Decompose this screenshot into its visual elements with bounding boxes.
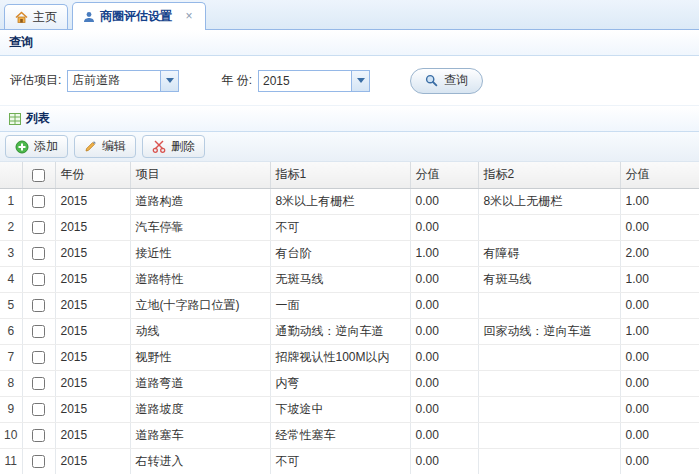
row-checkbox-cell <box>22 266 55 292</box>
row-checkbox-cell <box>22 214 55 240</box>
cell-year: 2015 <box>55 370 130 396</box>
cell-indicator2 <box>478 448 620 474</box>
search-button-label: 查询 <box>444 72 468 89</box>
home-icon <box>15 11 28 24</box>
table-body: 12015道路构造8米以上有栅栏0.008米以上无栅栏1.0022015汽车停靠… <box>0 188 699 474</box>
tab-shangquan-settings[interactable]: 商圈评估设置 × <box>72 2 206 30</box>
table-row[interactable]: 12015道路构造8米以上有栅栏0.008米以上无栅栏1.00 <box>0 188 699 214</box>
cell-indicator2 <box>478 292 620 318</box>
query-panel-title: 查询 <box>9 34 33 51</box>
chevron-down-icon <box>357 78 365 83</box>
row-number: 6 <box>0 318 22 344</box>
table-row[interactable]: 82015道路弯道内弯0.000.00 <box>0 370 699 396</box>
cell-project: 右转进入 <box>130 448 270 474</box>
search-button[interactable]: 查询 <box>410 68 483 94</box>
delete-button[interactable]: 删除 <box>142 135 205 158</box>
query-panel-header: 查询 <box>0 30 699 56</box>
cell-indicator2 <box>478 422 620 448</box>
project-combobox-input[interactable] <box>68 71 160 91</box>
tab-bar: 主页 商圈评估设置 × <box>0 0 699 30</box>
row-checkbox[interactable] <box>32 351 45 364</box>
header-score2: 分值 <box>620 162 699 188</box>
row-number: 7 <box>0 344 22 370</box>
year-field-label: 年 份: <box>221 72 252 89</box>
row-checkbox[interactable] <box>32 247 45 260</box>
row-checkbox-cell <box>22 318 55 344</box>
table-row[interactable]: 112015右转进入不可0.000.00 <box>0 448 699 474</box>
tab-shangquan-label: 商圈评估设置 <box>100 8 172 25</box>
cell-score1: 0.00 <box>410 292 478 318</box>
row-checkbox-cell <box>22 396 55 422</box>
cell-project: 视野性 <box>130 344 270 370</box>
row-checkbox-cell <box>22 344 55 370</box>
project-combobox-arrow[interactable] <box>160 71 178 91</box>
cell-year: 2015 <box>55 188 130 214</box>
cell-score2: 0.00 <box>620 292 699 318</box>
year-combobox-input[interactable] <box>259 71 351 91</box>
list-toolbar: 添加 编辑 删除 <box>0 132 699 162</box>
header-indicator2: 指标2 <box>478 162 620 188</box>
row-checkbox[interactable] <box>32 429 45 442</box>
list-panel-header: 列表 <box>0 106 699 132</box>
table-row[interactable]: 52015立地(十字路口位置)一面0.000.00 <box>0 292 699 318</box>
cell-year: 2015 <box>55 344 130 370</box>
cell-year: 2015 <box>55 214 130 240</box>
cell-indicator1: 下坡途中 <box>270 396 410 422</box>
row-checkbox[interactable] <box>32 455 45 468</box>
list-grid-icon <box>9 113 21 125</box>
cell-year: 2015 <box>55 240 130 266</box>
year-combobox-arrow[interactable] <box>351 71 369 91</box>
header-project: 项目 <box>130 162 270 188</box>
delete-scissors-icon <box>152 140 166 153</box>
row-checkbox-cell <box>22 292 55 318</box>
table-row[interactable]: 72015视野性招牌视认性100M以内0.000.00 <box>0 344 699 370</box>
row-checkbox[interactable] <box>32 325 45 338</box>
cell-score1: 0.00 <box>410 448 478 474</box>
row-checkbox-cell <box>22 448 55 474</box>
row-number: 10 <box>0 422 22 448</box>
row-number: 11 <box>0 448 22 474</box>
cell-indicator2: 有障碍 <box>478 240 620 266</box>
delete-button-label: 删除 <box>171 138 195 155</box>
table-row[interactable]: 62015动线通勤动线：逆向车道0.00回家动线：逆向车道1.00 <box>0 318 699 344</box>
chevron-down-icon <box>166 78 174 83</box>
person-icon <box>83 11 95 23</box>
year-combobox[interactable] <box>258 70 370 92</box>
cell-year: 2015 <box>55 448 130 474</box>
table-header: 年份 项目 指标1 分值 指标2 分值 <box>0 162 699 188</box>
select-all-checkbox[interactable] <box>32 169 45 182</box>
table-row[interactable]: 42015道路特性无斑马线0.00有斑马线1.00 <box>0 266 699 292</box>
tab-home[interactable]: 主页 <box>4 4 68 29</box>
row-checkbox[interactable] <box>32 195 45 208</box>
row-checkbox[interactable] <box>32 403 45 416</box>
table-row[interactable]: 22015汽车停靠不可0.000.00 <box>0 214 699 240</box>
add-button[interactable]: 添加 <box>5 135 68 158</box>
close-icon[interactable]: × <box>183 11 195 23</box>
cell-score2: 1.00 <box>620 266 699 292</box>
cell-score2: 0.00 <box>620 448 699 474</box>
row-checkbox[interactable] <box>32 221 45 234</box>
table-row[interactable]: 102015道路塞车经常性塞车0.000.00 <box>0 422 699 448</box>
cell-indicator2 <box>478 214 620 240</box>
row-checkbox[interactable] <box>32 299 45 312</box>
cell-indicator1: 招牌视认性100M以内 <box>270 344 410 370</box>
cell-project: 动线 <box>130 318 270 344</box>
tab-home-label: 主页 <box>33 9 57 26</box>
cell-score1: 0.00 <box>410 344 478 370</box>
list-panel-title: 列表 <box>26 110 50 127</box>
cell-indicator2 <box>478 370 620 396</box>
row-checkbox[interactable] <box>32 273 45 286</box>
cell-project: 接近性 <box>130 240 270 266</box>
cell-score2: 0.00 <box>620 344 699 370</box>
project-combobox[interactable] <box>67 70 179 92</box>
row-checkbox[interactable] <box>32 377 45 390</box>
add-icon <box>15 140 29 154</box>
table-row[interactable]: 32015接近性有台阶1.00有障碍2.00 <box>0 240 699 266</box>
table-row[interactable]: 92015道路坡度下坡途中0.000.00 <box>0 396 699 422</box>
cell-score1: 0.00 <box>410 396 478 422</box>
cell-score1: 0.00 <box>410 318 478 344</box>
edit-button[interactable]: 编辑 <box>74 135 136 158</box>
cell-score1: 0.00 <box>410 266 478 292</box>
row-number: 4 <box>0 266 22 292</box>
cell-project: 道路弯道 <box>130 370 270 396</box>
